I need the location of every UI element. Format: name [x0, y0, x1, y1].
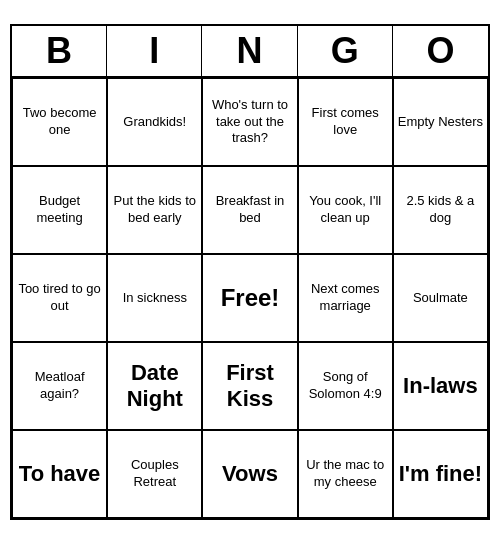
bingo-grid: Two become oneGrandkids!Who's turn to ta… — [12, 78, 488, 518]
bingo-header: BINGO — [12, 26, 488, 78]
bingo-cell-4: Empty Nesters — [393, 78, 488, 166]
bingo-cell-23: Ur the mac to my cheese — [298, 430, 393, 518]
bingo-cell-22: Vows — [202, 430, 297, 518]
header-letter-g: G — [298, 26, 393, 76]
bingo-cell-20: To have — [12, 430, 107, 518]
bingo-cell-14: Soulmate — [393, 254, 488, 342]
bingo-cell-18: Song of Solomon 4:9 — [298, 342, 393, 430]
bingo-cell-15: Meatloaf again? — [12, 342, 107, 430]
bingo-cell-1: Grandkids! — [107, 78, 202, 166]
bingo-cell-11: In sickness — [107, 254, 202, 342]
header-letter-i: I — [107, 26, 202, 76]
bingo-cell-8: You cook, I'll clean up — [298, 166, 393, 254]
header-letter-b: B — [12, 26, 107, 76]
bingo-cell-5: Budget meeting — [12, 166, 107, 254]
header-letter-n: N — [202, 26, 297, 76]
bingo-card: BINGO Two become oneGrandkids!Who's turn… — [10, 24, 490, 520]
bingo-cell-21: Couples Retreat — [107, 430, 202, 518]
bingo-cell-24: I'm fine! — [393, 430, 488, 518]
bingo-cell-13: Next comes marriage — [298, 254, 393, 342]
bingo-cell-3: First comes love — [298, 78, 393, 166]
bingo-cell-0: Two become one — [12, 78, 107, 166]
bingo-cell-16: Date Night — [107, 342, 202, 430]
bingo-cell-6: Put the kids to bed early — [107, 166, 202, 254]
bingo-cell-17: First Kiss — [202, 342, 297, 430]
bingo-cell-10: Too tired to go out — [12, 254, 107, 342]
bingo-cell-12: Free! — [202, 254, 297, 342]
header-letter-o: O — [393, 26, 488, 76]
bingo-cell-7: Breakfast in bed — [202, 166, 297, 254]
bingo-cell-9: 2.5 kids & a dog — [393, 166, 488, 254]
bingo-cell-2: Who's turn to take out the trash? — [202, 78, 297, 166]
bingo-cell-19: In-laws — [393, 342, 488, 430]
